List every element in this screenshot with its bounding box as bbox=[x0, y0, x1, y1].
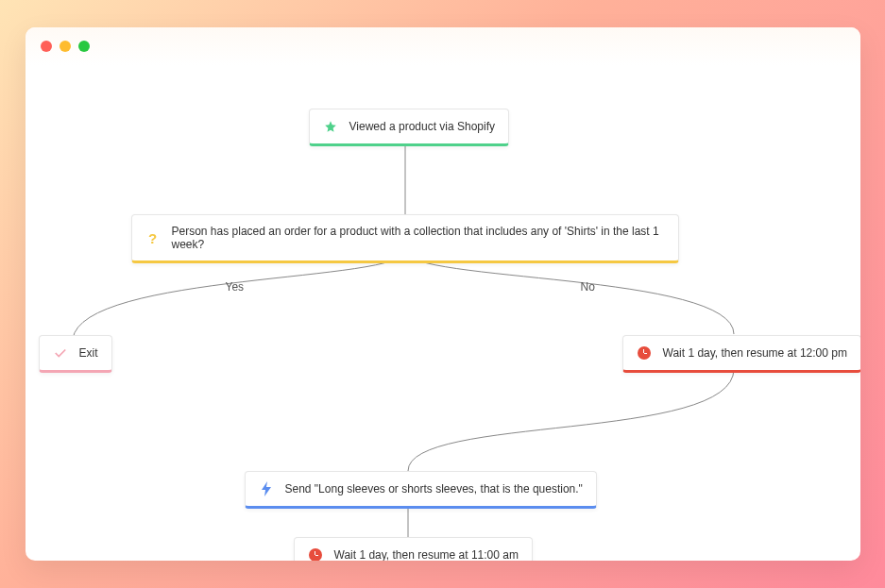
wait-node-1[interactable]: Wait 1 day, then resume at 12:00 pm bbox=[622, 335, 860, 373]
bolt-icon bbox=[259, 481, 274, 496]
clock-icon bbox=[308, 547, 323, 561]
branch-no-label: No bbox=[581, 280, 595, 294]
flow-canvas[interactable]: Viewed a product via Shopify ? Person ha… bbox=[26, 65, 860, 561]
branch-yes-label: Yes bbox=[226, 280, 245, 294]
condition-label: Person has placed an order for a product… bbox=[172, 225, 665, 251]
clock-icon bbox=[637, 345, 652, 361]
check-icon bbox=[53, 345, 68, 361]
window-maximize-icon[interactable] bbox=[78, 41, 90, 52]
wait-1-label: Wait 1 day, then resume at 12:00 pm bbox=[663, 346, 847, 360]
wait-node-2[interactable]: Wait 1 day, then resume at 11:00 am bbox=[294, 537, 533, 561]
condition-node[interactable]: ? Person has placed an order for a produ… bbox=[131, 214, 679, 263]
star-icon bbox=[323, 119, 338, 134]
exit-label: Exit bbox=[79, 346, 98, 360]
wait-2-label: Wait 1 day, then resume at 11:00 am bbox=[334, 548, 519, 561]
trigger-label: Viewed a product via Shopify bbox=[349, 120, 496, 133]
browser-window: Viewed a product via Shopify ? Person ha… bbox=[26, 27, 860, 561]
trigger-node[interactable]: Viewed a product via Shopify bbox=[309, 109, 510, 146]
window-minimize-icon[interactable] bbox=[60, 41, 71, 52]
window-close-icon[interactable] bbox=[41, 41, 52, 52]
question-icon: ? bbox=[145, 230, 161, 245]
send-label: Send "Long sleeves or shorts sleeves, th… bbox=[285, 482, 583, 496]
exit-node[interactable]: Exit bbox=[39, 335, 112, 373]
send-email-node[interactable]: Send "Long sleeves or shorts sleeves, th… bbox=[245, 471, 597, 509]
window-titlebar bbox=[26, 27, 860, 65]
